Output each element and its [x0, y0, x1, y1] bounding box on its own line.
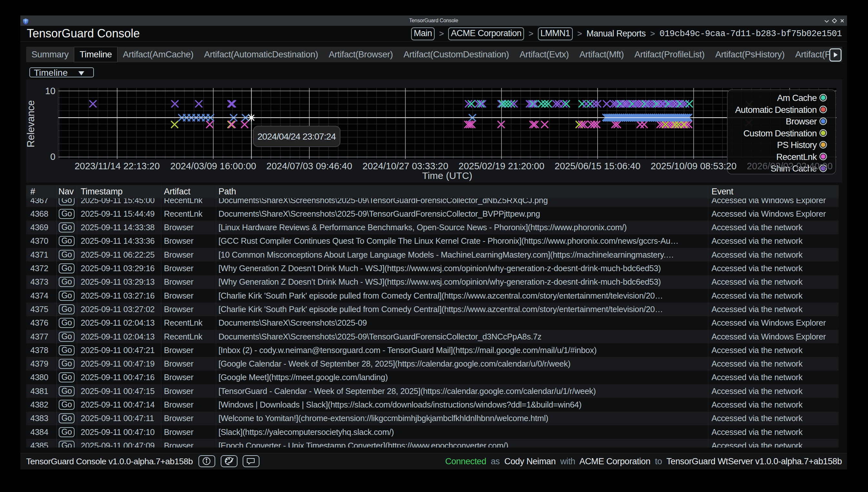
svg-text:Custom Destination: Custom Destination [744, 128, 817, 138]
svg-text:2025/10/09 08:53:20: 2025/10/09 08:53:20 [651, 161, 737, 171]
svg-text:2024/10/27 03:33:20: 2024/10/27 03:33:20 [362, 161, 448, 171]
svg-text:2023/11/14 22:13:20: 2023/11/14 22:13:20 [74, 161, 160, 171]
svg-text:2026/02/02 02:40:00: 2026/02/02 02:40:00 [747, 161, 832, 171]
svg-text:2024/04/24 23:07:24: 2024/04/24 23:07:24 [258, 131, 336, 142]
svg-text:0: 0 [50, 151, 55, 162]
svg-text:Browser: Browser [786, 116, 817, 126]
svg-text:PS History: PS History [777, 140, 817, 150]
svg-text:2024/03/09 16:00:00: 2024/03/09 16:00:00 [170, 161, 256, 171]
svg-text:10: 10 [45, 86, 55, 96]
svg-text:2024/07/03 09:46:40: 2024/07/03 09:46:40 [266, 161, 352, 171]
svg-text:2025/06/15 15:06:40: 2025/06/15 15:06:40 [555, 161, 640, 171]
svg-text:2025/02/19 21:20:00: 2025/02/19 21:20:00 [459, 161, 544, 171]
svg-text:Time (UTC): Time (UTC) [422, 170, 472, 181]
svg-text:Relevance: Relevance [26, 100, 37, 147]
svg-text:RecentLnk: RecentLnk [776, 152, 817, 162]
svg-text:Am Cache: Am Cache [777, 93, 817, 103]
svg-text:Automatic Destination: Automatic Destination [735, 105, 817, 115]
